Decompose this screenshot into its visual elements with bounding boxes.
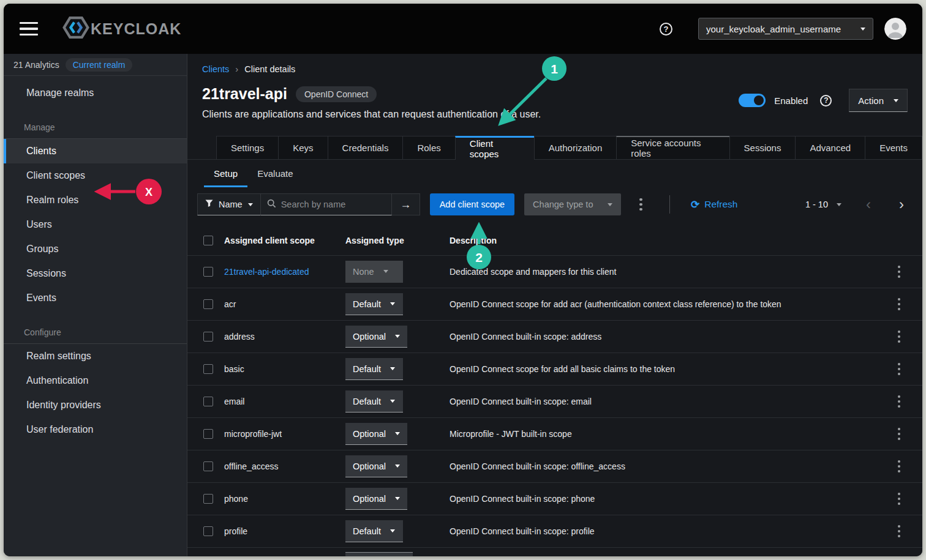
current-realm-badge[interactable]: Current realm xyxy=(66,58,133,72)
sidebar-item-identity-providers[interactable]: Identity providers xyxy=(4,393,187,417)
row-kebab-menu[interactable] xyxy=(894,457,905,477)
sidebar-item-clients[interactable]: Clients xyxy=(4,139,187,163)
row-checkbox[interactable] xyxy=(203,397,213,406)
chevron-down-icon xyxy=(395,335,400,338)
change-type-dropdown[interactable]: Change type to xyxy=(524,193,621,215)
sidebar-item-realm-settings[interactable]: Realm settings xyxy=(4,344,187,368)
page-range-label: 1 - 10 xyxy=(805,200,828,209)
search-submit-button[interactable]: → xyxy=(392,193,420,215)
chevron-down-icon xyxy=(248,203,253,206)
sidebar-item-sessions[interactable]: Sessions xyxy=(4,261,187,286)
breadcrumb-clients-link[interactable]: Clients xyxy=(202,64,229,74)
row-kebab-menu[interactable] xyxy=(894,262,905,282)
tab-client-scopes[interactable]: Client scopes xyxy=(455,136,535,160)
subtab-setup[interactable]: Setup xyxy=(204,160,247,187)
enabled-toggle[interactable] xyxy=(739,94,766,107)
row-checkbox[interactable] xyxy=(203,429,213,439)
row-checkbox[interactable] xyxy=(203,267,213,277)
assigned-type-select[interactable]: Optional xyxy=(345,326,407,348)
row-kebab-menu[interactable] xyxy=(894,327,905,347)
table-row: microprofile-jwt Optional Microprofile -… xyxy=(187,418,922,450)
table-row-partial xyxy=(187,548,922,556)
action-dropdown[interactable]: Action xyxy=(849,89,908,112)
page-description: Clients are applications and services th… xyxy=(202,109,541,120)
tab-authorization[interactable]: Authorization xyxy=(534,136,617,159)
sidebar-item-groups[interactable]: Groups xyxy=(4,237,187,261)
assigned-type-select[interactable]: Optional xyxy=(345,488,407,510)
table-row: phone Optional OpenID Connect built-in s… xyxy=(187,483,922,515)
filter-icon xyxy=(205,200,213,209)
avatar[interactable] xyxy=(884,18,906,40)
client-scope-name: profile xyxy=(224,526,345,536)
row-description: OpenID Connect built-in scope: offline_a… xyxy=(450,461,879,471)
search-icon xyxy=(267,199,276,211)
row-kebab-menu[interactable] xyxy=(894,392,905,412)
keycloak-logo-icon xyxy=(62,16,89,42)
row-checkbox[interactable] xyxy=(203,364,213,374)
assigned-type-select[interactable]: Default xyxy=(345,520,403,542)
row-checkbox[interactable] xyxy=(203,526,213,536)
sidebar-group-configure: Configure xyxy=(4,327,187,343)
row-checkbox[interactable] xyxy=(203,494,213,504)
row-checkbox[interactable] xyxy=(203,299,213,309)
tab-advanced[interactable]: Advanced xyxy=(795,136,865,159)
sidebar-item-user-federation[interactable]: User federation xyxy=(4,417,187,442)
sidebar-item-manage-realms[interactable]: Manage realms xyxy=(4,81,187,105)
sidebar-item-authentication[interactable]: Authentication xyxy=(4,368,187,393)
action-label: Action xyxy=(858,95,884,106)
client-tabs: Settings Keys Credentials Roles Client s… xyxy=(187,136,922,160)
tab-events[interactable]: Events xyxy=(865,136,922,159)
chevron-down-icon xyxy=(390,529,395,532)
filter-dropdown[interactable]: Name xyxy=(197,193,261,215)
username-dropdown[interactable]: your_keycloak_admin_username xyxy=(698,18,873,40)
breadcrumb-current: Client details xyxy=(244,64,295,74)
client-scopes-table: Assigned client scope Assigned type Desc… xyxy=(187,225,922,556)
row-kebab-menu[interactable] xyxy=(894,521,905,542)
sidebar: 21 Analytics Current realm Manage realms… xyxy=(4,54,187,556)
sidebar-item-client-scopes[interactable]: Client scopes xyxy=(4,163,187,188)
table-row: profile Default OpenID Connect built-in … xyxy=(187,515,922,548)
sidebar-item-realm-roles[interactable]: Realm roles xyxy=(4,188,187,212)
previous-page-button[interactable]: ‹ xyxy=(862,197,875,212)
assigned-type-select[interactable]: Default xyxy=(345,293,403,315)
tab-sessions[interactable]: Sessions xyxy=(729,136,796,159)
row-kebab-menu[interactable] xyxy=(894,359,905,379)
breadcrumb: Clients › Client details xyxy=(187,54,922,74)
assigned-type-select[interactable]: Default xyxy=(345,358,403,380)
page-header: 21travel-api OpenID Connect Clients are … xyxy=(187,74,922,120)
next-page-button[interactable]: › xyxy=(895,197,908,212)
row-checkbox[interactable] xyxy=(203,461,213,471)
chevron-down-icon xyxy=(390,367,395,370)
tab-service-accounts-roles[interactable]: Service accounts roles xyxy=(616,136,729,159)
assigned-type-select[interactable]: Optional xyxy=(345,455,407,477)
assigned-type-select[interactable]: Default xyxy=(345,390,403,413)
refresh-button[interactable]: ⟳ Refresh xyxy=(691,198,738,211)
toolbar-kebab-menu[interactable] xyxy=(636,195,646,215)
row-kebab-menu[interactable] xyxy=(894,294,905,315)
row-kebab-menu[interactable] xyxy=(894,489,905,509)
sidebar-item-events[interactable]: Events xyxy=(4,286,187,310)
tab-settings[interactable]: Settings xyxy=(216,136,279,159)
search-input[interactable] xyxy=(281,200,385,209)
select-all-checkbox[interactable] xyxy=(203,236,213,245)
hamburger-menu-icon[interactable] xyxy=(20,22,38,36)
realm-name: 21 Analytics xyxy=(13,60,59,70)
assigned-type-select[interactable]: Optional xyxy=(345,423,407,445)
help-icon[interactable]: ? xyxy=(660,23,672,35)
chevron-down-icon xyxy=(395,432,400,435)
add-client-scope-button[interactable]: Add client scope xyxy=(430,193,514,215)
assigned-type-select[interactable]: None xyxy=(345,261,403,283)
enabled-help-icon[interactable]: ? xyxy=(820,95,832,106)
tab-roles[interactable]: Roles xyxy=(402,136,455,159)
client-scope-link[interactable]: 21travel-api-dedicated xyxy=(224,267,345,277)
sidebar-item-users[interactable]: Users xyxy=(4,212,187,237)
tab-credentials[interactable]: Credentials xyxy=(328,136,404,159)
client-scope-name: acr xyxy=(224,299,345,309)
row-description: OpenID Connect scope for add all basic c… xyxy=(450,364,879,374)
subtab-evaluate[interactable]: Evaluate xyxy=(247,160,303,187)
client-scope-name: basic xyxy=(224,364,345,374)
page-range-dropdown[interactable]: 1 - 10 xyxy=(805,200,841,209)
tab-keys[interactable]: Keys xyxy=(278,136,328,159)
row-checkbox[interactable] xyxy=(203,332,213,342)
row-kebab-menu[interactable] xyxy=(894,424,905,444)
